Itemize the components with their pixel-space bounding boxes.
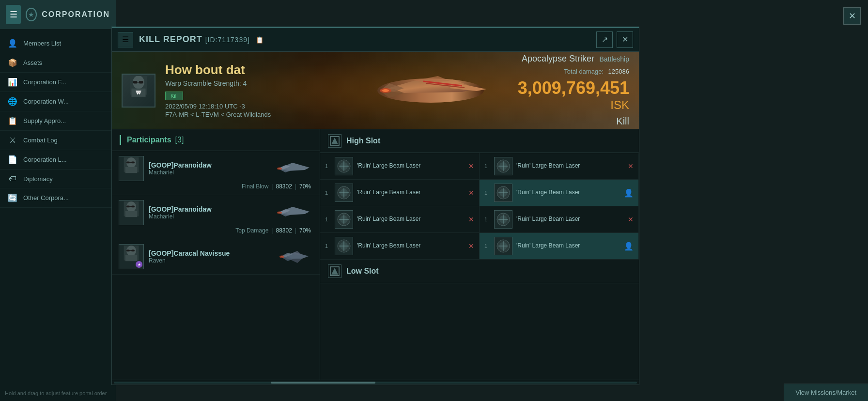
svg-rect-21 — [125, 167, 138, 173]
kill-location: F7A-MR < L-TEVM < Great Wildlands — [165, 111, 358, 118]
app-close-button[interactable]: ✕ — [843, 7, 861, 25]
participant-stats: Final Blow | 88302 | 70% — [119, 183, 313, 190]
combat-icon: ⚔ — [8, 136, 17, 145]
svg-rect-41 — [125, 255, 138, 261]
blow-type-label: Top Damage — [235, 227, 268, 234]
other-corp-icon: 🔄 — [8, 193, 17, 202]
sidebar: ☰ ★ CORPORATION 👤 Members List 📦 Assets … — [0, 0, 116, 401]
modal-title: KILL REPORT [ID:7117339] 📋 — [139, 34, 590, 45]
assets-icon: 📦 — [8, 58, 17, 67]
sidebar-item-corp-l[interactable]: 📄 Corporation L... — [0, 150, 116, 170]
scrollbar-track[interactable] — [114, 382, 637, 384]
slot-destroyed-icon[interactable]: ✕ — [628, 216, 634, 223]
low-slot-icon — [328, 264, 341, 278]
sidebar-item-corp-f[interactable]: 📊 Corporation F... — [0, 73, 116, 92]
svg-marker-86 — [331, 268, 338, 275]
modal-close-button[interactable]: ✕ — [617, 31, 633, 48]
high-slot-header: High Slot — [320, 129, 639, 153]
slot-icon — [494, 157, 512, 175]
participant-top: ★ [GOOP]Caracal Navissue Raven — [119, 244, 313, 269]
sidebar-item-label: Assets — [23, 59, 42, 66]
sidebar-item-combat[interactable]: ⚔ Combat Log — [0, 131, 116, 150]
sidebar-item-label: Corporation W... — [23, 98, 69, 105]
damage-value: 125086 — [608, 68, 629, 75]
isk-label: ISK — [610, 98, 629, 111]
copy-button[interactable]: 📋 — [256, 36, 264, 44]
sidebar-item-supply[interactable]: 📋 Supply Appro... — [0, 111, 116, 131]
slot-icon — [494, 210, 512, 229]
sidebar-header: ☰ ★ CORPORATION — [0, 0, 116, 29]
modal-menu-button[interactable]: ☰ — [118, 32, 133, 47]
slot-name: 'Ruin' Large Beam Laser — [516, 162, 624, 170]
slot-item: 1 'Ruin' Large Beam Laser ✕ — [480, 206, 639, 233]
ship-image-area — [358, 52, 503, 129]
modal-scrollbar[interactable] — [112, 380, 639, 385]
slot-name: 'Ruin' Large Beam Laser — [516, 216, 624, 223]
participants-count: [3] — [175, 136, 184, 144]
svg-point-50 — [279, 255, 284, 258]
sidebar-item-assets[interactable]: 📦 Assets — [0, 53, 116, 73]
slot-destroyed-icon[interactable]: ✕ — [628, 162, 634, 170]
slot-num: 1 — [484, 190, 490, 196]
participant-corp: Raven — [149, 257, 269, 264]
low-slot-header: Low Slot — [320, 260, 639, 283]
svg-marker-48 — [289, 259, 302, 263]
kill-report-modal: ☰ KILL REPORT [ID:7117339] 📋 ↗ ✕ — [111, 27, 639, 385]
slot-destroyed-icon[interactable]: ✕ — [468, 189, 474, 197]
damage-label: Total damage: 125086 — [513, 68, 629, 75]
slot-num: 1 — [325, 243, 331, 249]
svg-marker-52 — [331, 138, 338, 144]
slot-item-highlighted: 1 'Ruin' Large Beam Laser 👤 — [480, 233, 639, 260]
slot-num: 1 — [484, 163, 490, 169]
damage-stat: 88302 — [276, 227, 292, 234]
participants-panel: Participants [3] — [112, 129, 320, 380]
view-missions-button[interactable]: View Missions/Market — [784, 384, 868, 401]
scrollbar-thumb[interactable] — [271, 382, 375, 384]
sidebar-item-diplomacy[interactable]: 🏷 Diplomacy — [0, 170, 116, 188]
svg-rect-32 — [126, 205, 130, 207]
kill-indicator: Kill — [165, 92, 183, 100]
participant-card: ★ [GOOP]Caracal Navissue Raven — [112, 239, 320, 275]
svg-rect-31 — [125, 211, 138, 217]
slot-icon — [494, 237, 512, 255]
participant-name: [GOOP]Caracal Navissue — [149, 249, 269, 257]
corp-f-icon: 📊 — [8, 77, 17, 87]
svg-rect-43 — [131, 249, 135, 251]
corp-l-icon: 📄 — [8, 155, 17, 164]
sidebar-item-label: Diplomacy — [23, 175, 53, 183]
high-slot-icon — [328, 134, 341, 148]
participant-avatar: ★ — [119, 244, 144, 269]
slot-destroyed-icon[interactable]: ✕ — [468, 162, 474, 170]
hamburger-button[interactable]: ☰ — [6, 5, 21, 24]
slot-num: 1 — [325, 163, 331, 169]
modal-header: ☰ KILL REPORT [ID:7117339] 📋 ↗ ✕ — [112, 28, 639, 52]
participant-name-corp: [GOOP]Paranoidaw Machariel — [149, 205, 269, 220]
sidebar-item-other-corp[interactable]: 🔄 Other Corpora... — [0, 188, 116, 208]
modal-id: [ID:7117339] — [205, 36, 250, 44]
sidebar-nav: 👤 Members List 📦 Assets 📊 Corporation F.… — [0, 29, 116, 213]
participant-name-corp: [GOOP]Caracal Navissue Raven — [149, 249, 269, 264]
sidebar-item-label: Corporation L... — [23, 156, 67, 163]
members-icon: 👤 — [8, 39, 17, 48]
ship-name: Apocalypse Striker — [522, 54, 594, 63]
svg-point-16 — [382, 89, 389, 92]
bottom-right-buttons: View Missions/Market — [784, 384, 868, 401]
participant-ship-1 — [274, 159, 313, 178]
slots-grid: 1 'Ruin' Large Beam Laser ✕ 1 — [320, 153, 639, 283]
sidebar-item-members[interactable]: 👤 Members List — [0, 34, 116, 53]
section-divider — [120, 135, 121, 145]
slot-icon — [494, 184, 512, 202]
participant-ship-3 — [274, 247, 313, 266]
kill-stats: Apocalypse Striker Battleship Total dama… — [503, 52, 639, 129]
participant-name: [GOOP]Paranoidaw — [149, 205, 269, 213]
slot-destroyed-icon[interactable]: ✕ — [468, 242, 474, 250]
slot-num: 1 — [484, 243, 490, 249]
export-button[interactable]: ↗ — [596, 31, 613, 48]
svg-rect-23 — [131, 161, 135, 163]
participant-avatar — [119, 156, 144, 181]
slot-item: 1 'Ruin' Large Beam Laser ✕ — [480, 153, 639, 180]
sidebar-item-corp-w[interactable]: 🌐 Corporation W... — [0, 92, 116, 111]
participant-avatar — [119, 200, 144, 225]
slot-destroyed-icon[interactable]: ✕ — [468, 216, 474, 223]
participant-ship-2 — [274, 203, 313, 222]
